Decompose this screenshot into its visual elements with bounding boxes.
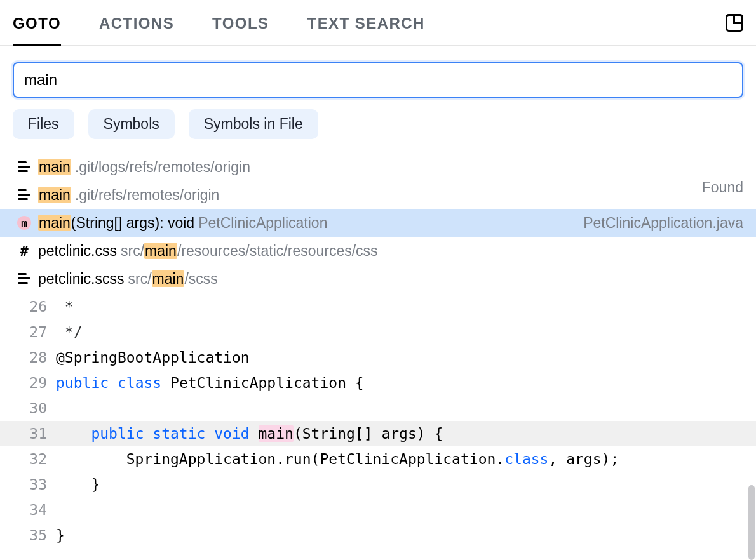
code-content: * bbox=[56, 294, 74, 319]
result-location: PetClinicApplication.java bbox=[583, 215, 743, 232]
filter-chips: Files Symbols Symbols in File bbox=[0, 109, 756, 152]
code-line[interactable]: 33 } bbox=[0, 472, 756, 497]
detach-window-icon[interactable] bbox=[726, 14, 743, 32]
line-number: 29 bbox=[0, 370, 56, 396]
tab-goto[interactable]: GOTO bbox=[13, 0, 61, 46]
code-content: SpringApplication.run(PetClinicApplicati… bbox=[56, 446, 619, 472]
result-row[interactable]: #petclinic.css src/main/resources/static… bbox=[0, 237, 756, 265]
line-number: 32 bbox=[0, 446, 56, 472]
code-content: public static void main(String[] args) { bbox=[56, 421, 443, 446]
code-content: } bbox=[56, 472, 100, 497]
chip-files[interactable]: Files bbox=[13, 109, 74, 139]
code-line[interactable]: 35} bbox=[0, 523, 756, 548]
result-path: .git/logs/refs/remotes/origin bbox=[75, 159, 250, 176]
result-row[interactable]: main .git/logs/refs/remotes/origin bbox=[0, 153, 756, 181]
result-main: petclinic.scss bbox=[38, 270, 124, 288]
search-results: main .git/logs/refs/remotes/originmain .… bbox=[0, 152, 756, 294]
scrollbar-thumb[interactable] bbox=[748, 485, 755, 560]
code-line[interactable]: 31 public static void main(String[] args… bbox=[0, 421, 756, 446]
chip-symbols[interactable]: Symbols bbox=[88, 109, 175, 139]
line-number: 30 bbox=[0, 396, 56, 421]
stylesheet-icon: # bbox=[15, 243, 33, 259]
top-tabs: GOTO ACTIONS TOOLS TEXT SEARCH bbox=[0, 0, 756, 46]
result-main: petclinic.css bbox=[38, 243, 117, 260]
result-main: main(String[] args): void bbox=[38, 215, 194, 232]
code-preview: 26 *27 */28@SpringBootApplication29publi… bbox=[0, 294, 756, 548]
search-input[interactable] bbox=[13, 62, 743, 98]
code-line[interactable]: 32 SpringApplication.run(PetClinicApplic… bbox=[0, 446, 756, 472]
result-main: main bbox=[38, 187, 71, 204]
result-path: src/main/scss bbox=[128, 270, 217, 288]
result-row[interactable]: petclinic.scss src/main/scss bbox=[0, 265, 756, 293]
code-line[interactable]: 29public class PetClinicApplication { bbox=[0, 370, 756, 396]
tab-actions[interactable]: ACTIONS bbox=[99, 0, 174, 46]
line-number: 28 bbox=[0, 345, 56, 370]
result-main: main bbox=[38, 159, 71, 176]
code-content: } bbox=[56, 523, 65, 548]
result-row[interactable]: main .git/refs/remotes/origin bbox=[0, 181, 756, 209]
line-number: 26 bbox=[0, 294, 56, 319]
code-line[interactable]: 26 * bbox=[0, 294, 756, 319]
code-line[interactable]: 28@SpringBootApplication bbox=[0, 345, 756, 370]
tab-text-search[interactable]: TEXT SEARCH bbox=[307, 0, 425, 46]
result-path: PetClinicApplication bbox=[198, 215, 327, 232]
code-content: @SpringBootApplication bbox=[56, 345, 250, 370]
code-line[interactable]: 34 bbox=[0, 497, 756, 523]
line-number: 34 bbox=[0, 497, 56, 523]
line-number: 35 bbox=[0, 523, 56, 548]
file-icon bbox=[15, 273, 33, 284]
line-number: 31 bbox=[0, 421, 56, 446]
result-path: src/main/resources/static/resources/css bbox=[121, 243, 378, 260]
code-content: public class PetClinicApplication { bbox=[56, 370, 364, 396]
result-path: .git/refs/remotes/origin bbox=[75, 187, 220, 204]
line-number: 33 bbox=[0, 472, 56, 497]
tab-tools[interactable]: TOOLS bbox=[212, 0, 269, 46]
file-icon bbox=[15, 161, 33, 173]
code-content: */ bbox=[56, 319, 83, 345]
code-line[interactable]: 27 */ bbox=[0, 319, 756, 345]
line-number: 27 bbox=[0, 319, 56, 345]
search-wrap bbox=[0, 46, 756, 109]
status-found-label: Found bbox=[702, 179, 743, 196]
code-line[interactable]: 30 bbox=[0, 396, 756, 421]
result-row[interactable]: mmain(String[] args): void PetClinicAppl… bbox=[0, 209, 756, 237]
file-icon bbox=[15, 189, 33, 201]
chip-symbols-in-file[interactable]: Symbols in File bbox=[189, 109, 318, 139]
method-icon: m bbox=[15, 216, 33, 230]
